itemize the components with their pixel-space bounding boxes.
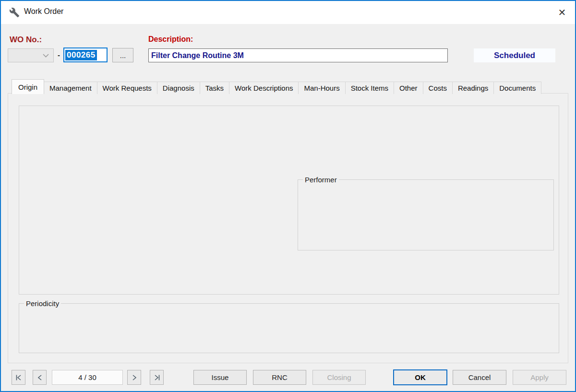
closing-button: Closing [312,370,366,385]
apply-button: Apply [513,370,566,385]
next-record-button[interactable] [127,370,141,385]
wo-prefix-dropdown[interactable] [8,48,54,62]
wo-number-selected-text: 000265 [65,50,97,60]
performer-group: Performer [298,179,554,250]
window-title: Work Order [24,7,63,16]
tab-tasks[interactable]: Tasks [200,82,229,94]
title-bar: Work Order ✕ [1,1,575,24]
tab-work-requests[interactable]: Work Requests [97,82,157,94]
tab-man-hours[interactable]: Man-Hours [298,82,345,94]
wo-no-label: WO No.: [10,35,42,45]
tab-origin[interactable]: Origin [12,79,44,94]
tab-diagnosis[interactable]: Diagnosis [157,82,200,94]
tab-other[interactable]: Other [394,82,423,94]
last-record-icon [153,374,161,381]
ok-button[interactable]: OK [393,369,447,385]
tab-costs[interactable]: Costs [423,82,453,94]
wo-browse-button[interactable]: ... [112,48,133,62]
work-order-dialog: Work Order ✕ WO No.: - 000265 ... Descri… [0,0,576,392]
first-record-icon [15,374,23,381]
issue-button[interactable]: Issue [193,370,247,385]
record-counter: 4 / 30 [52,370,123,385]
cancel-button[interactable]: Cancel [453,370,506,385]
status-badge: Scheduled [474,48,555,62]
tab-management[interactable]: Management [44,82,97,94]
wo-separator: - [58,51,60,59]
close-icon[interactable]: ✕ [555,5,569,20]
wrench-icon [9,7,20,18]
wo-number-input[interactable]: 000265 [63,48,108,62]
tab-documents[interactable]: Documents [493,82,541,94]
periodicity-group-label: Periodicity [24,299,61,308]
first-record-button[interactable] [12,370,25,385]
periodicity-group: Periodicity [19,303,559,353]
last-record-button[interactable] [150,370,164,385]
tab-readings[interactable]: Readings [452,82,494,94]
previous-record-icon [36,374,43,381]
description-label: Description: [148,35,193,44]
tab-work-descriptions[interactable]: Work Descriptions [229,82,299,94]
performer-group-label: Performer [303,176,339,184]
previous-record-button[interactable] [33,370,47,385]
tab-stock-items[interactable]: Stock Items [345,82,394,94]
description-input[interactable] [148,48,448,62]
next-record-icon [131,374,138,381]
chevron-down-icon [43,54,49,58]
rnc-button[interactable]: RNC [253,370,306,385]
tab-strip: Origin Management Work Requests Diagnosi… [12,79,541,94]
